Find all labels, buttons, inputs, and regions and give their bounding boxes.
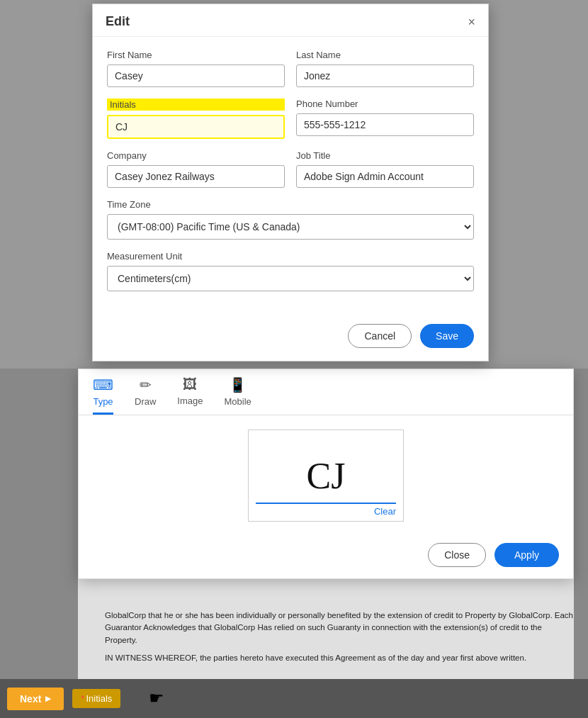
tab-type-label: Type	[93, 396, 113, 407]
tab-draw[interactable]: ✏ Draw	[135, 376, 156, 415]
next-button[interactable]: Next	[7, 688, 64, 710]
side-grey-left	[0, 369, 78, 679]
tab-mobile[interactable]: 📱 Mobile	[224, 376, 251, 415]
first-name-group: First Name	[107, 50, 285, 87]
edit-modal: Edit × First Name Last Name Initials Pho…	[92, 4, 489, 361]
apply-button[interactable]: Apply	[494, 543, 559, 567]
initials-input[interactable]	[107, 115, 285, 139]
initials-group: Initials	[107, 99, 285, 139]
side-grey-right	[574, 369, 588, 679]
cursor-hand-icon: ☛	[149, 688, 164, 708]
initials-phone-row: Initials Phone Number	[107, 99, 474, 139]
initials-panel: ⌨ Type ✏ Draw 🖼 Image 📱 Mobile CJ Clear …	[78, 369, 574, 579]
company-input[interactable]	[107, 165, 285, 188]
initials-label: Initials	[107, 99, 285, 111]
close-button[interactable]: Close	[428, 543, 486, 567]
initials-footer: Close Apply	[79, 536, 573, 578]
timezone-select[interactable]: (GMT-08:00) Pacific Time (US & Canada)	[107, 214, 474, 240]
draw-icon: ✏	[140, 376, 152, 393]
image-icon: 🖼	[183, 376, 197, 393]
timezone-group: Time Zone (GMT-08:00) Pacific Time (US &…	[107, 199, 474, 240]
company-group: Company	[107, 150, 285, 188]
phone-group: Phone Number	[296, 99, 474, 139]
name-row: First Name Last Name	[107, 50, 474, 87]
phone-label: Phone Number	[296, 99, 474, 109]
doc-text-area: GlobalCorp that he or she has been indiv…	[105, 610, 576, 664]
job-title-input[interactable]	[296, 165, 474, 188]
initials-tag-button[interactable]: Initials	[72, 689, 120, 708]
last-name-input[interactable]	[296, 64, 474, 87]
modal-body: First Name Last Name Initials Phone Numb…	[93, 37, 488, 315]
company-label: Company	[107, 150, 285, 161]
phone-input[interactable]	[296, 113, 474, 136]
modal-title: Edit	[106, 14, 130, 29]
clear-button[interactable]: Clear	[374, 506, 396, 517]
cancel-button[interactable]: Cancel	[348, 324, 412, 348]
tab-draw-label: Draw	[135, 396, 156, 407]
modal-close-button[interactable]: ×	[468, 16, 475, 28]
initials-tabs: ⌨ Type ✏ Draw 🖼 Image 📱 Mobile	[79, 369, 573, 415]
last-name-group: Last Name	[296, 50, 474, 87]
last-name-label: Last Name	[296, 50, 474, 60]
tab-image[interactable]: 🖼 Image	[177, 376, 203, 415]
first-name-input[interactable]	[107, 64, 285, 87]
first-name-label: First Name	[107, 50, 285, 60]
company-jobtitle-row: Company Job Title	[107, 150, 474, 188]
timezone-label: Time Zone	[107, 199, 474, 210]
bottom-bar: Next Initials ☛	[0, 679, 588, 718]
signature-underline	[256, 503, 396, 504]
job-title-group: Job Title	[296, 150, 474, 188]
measurement-select[interactable]: Centimeters(cm)	[107, 266, 474, 291]
doc-para2: IN WITNESS WHEREOF, the parties hereto h…	[105, 652, 576, 664]
type-icon: ⌨	[93, 376, 113, 393]
mobile-icon: 📱	[229, 376, 247, 393]
tab-mobile-label: Mobile	[224, 396, 251, 407]
tab-type[interactable]: ⌨ Type	[93, 376, 113, 415]
initials-preview: CJ Clear	[79, 415, 573, 536]
save-button[interactable]: Save	[420, 324, 474, 348]
measurement-group: Measurement Unit Centimeters(cm)	[107, 251, 474, 291]
job-title-label: Job Title	[296, 150, 474, 161]
signature-box: CJ Clear	[248, 430, 404, 522]
tab-image-label: Image	[177, 396, 203, 406]
signature-preview: CJ	[307, 455, 346, 497]
measurement-label: Measurement Unit	[107, 251, 474, 262]
doc-para1: GlobalCorp that he or she has been indiv…	[105, 610, 576, 646]
modal-footer: Cancel Save	[93, 315, 488, 361]
modal-header: Edit ×	[93, 4, 488, 37]
